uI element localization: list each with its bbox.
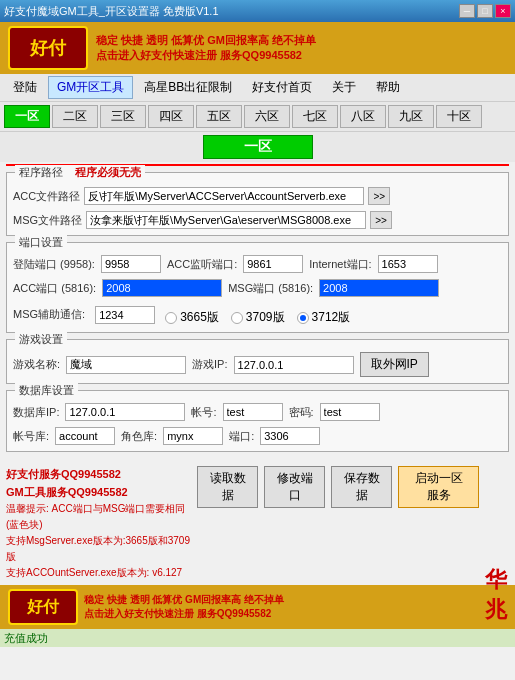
- banner-logo: 好付: [8, 26, 88, 70]
- zone-btn-3[interactable]: 三区: [100, 105, 146, 128]
- close-button[interactable]: ×: [495, 4, 511, 18]
- menu-about[interactable]: 关于: [323, 76, 365, 99]
- msg-browse-button[interactable]: >>: [370, 211, 392, 229]
- menu-help[interactable]: 帮助: [367, 76, 409, 99]
- login-port-label: 登陆端口 (9958):: [13, 257, 95, 272]
- menu-gm-tool[interactable]: GM开区工具: [48, 76, 133, 99]
- internet-port-label: Internet端口:: [309, 257, 371, 272]
- game-section-title: 游戏设置: [15, 332, 67, 347]
- bottom-banner: 好付 稳定 快捷 透明 低算优 GM回报率高 绝不掉单 点击进入好支付快速注册 …: [0, 585, 515, 629]
- zone-btn-8[interactable]: 八区: [340, 105, 386, 128]
- banner-text: 稳定 快捷 透明 低算优 GM回报率高 绝不掉单 点击进入好支付快速注册 服务Q…: [96, 33, 316, 64]
- msg-port-input[interactable]: [319, 279, 439, 297]
- db-ip-input[interactable]: [65, 403, 185, 421]
- menu-homepage[interactable]: 好支付首页: [243, 76, 321, 99]
- login-port-input[interactable]: [101, 255, 161, 273]
- get-external-ip-button[interactable]: 取外网IP: [360, 352, 429, 377]
- radio-3665-circle: [165, 312, 177, 324]
- warning-3: 支持ACCOuntServer.exe版本为: v6.127: [6, 565, 197, 581]
- db-account-label: 帐号:: [191, 405, 216, 420]
- db-password-input[interactable]: [320, 403, 380, 421]
- modify-port-button[interactable]: 修改端口: [264, 466, 325, 508]
- radio-3665-label: 3665版: [180, 309, 219, 326]
- zone-btn-6[interactable]: 六区: [244, 105, 290, 128]
- read-data-button[interactable]: 读取数据: [197, 466, 258, 508]
- msg-path-row: MSG文件路径 >>: [13, 211, 502, 229]
- info-links: 好支付服务QQ9945582 GM工具服务QQ9945582 温馨提示: ACC…: [6, 466, 197, 581]
- port-section-title: 端口设置: [15, 235, 67, 250]
- game-ip-label: 游戏IP:: [192, 357, 227, 372]
- radio-3709[interactable]: 3709版: [231, 309, 285, 326]
- version-radio-group: 3665版 3709版 3712版: [165, 309, 350, 326]
- acc-path-row: ACC文件路径 >>: [13, 187, 502, 205]
- game-name-input[interactable]: [66, 356, 186, 374]
- path-section: 程序路径 程序必须无壳 ACC文件路径 >> MSG文件路径 >>: [6, 172, 509, 236]
- msg-port-label: MSG端口 (5816):: [228, 281, 313, 296]
- zone-btn-5[interactable]: 五区: [196, 105, 242, 128]
- radio-3712-label: 3712版: [312, 309, 351, 326]
- zone-btn-4[interactable]: 四区: [148, 105, 194, 128]
- minimize-button[interactable]: ─: [459, 4, 475, 18]
- internet-port-input[interactable]: [378, 255, 438, 273]
- db-account2-input[interactable]: [55, 427, 115, 445]
- menu-login[interactable]: 登陆: [4, 76, 46, 99]
- acc-monitor-label: ACC监听端口:: [167, 257, 237, 272]
- warning-2: 支持MsgServer.exe版本为:3665版和3709版: [6, 533, 197, 565]
- db-port-label: 端口:: [229, 429, 254, 444]
- acc-port-input[interactable]: [102, 279, 222, 297]
- zone-btn-10[interactable]: 十区: [436, 105, 482, 128]
- msg-path-label: MSG文件路径: [13, 213, 82, 228]
- zone-bar: 一区 二区 三区 四区 五区 六区 七区 八区 九区 十区: [0, 102, 515, 132]
- bottom-banner-logo: 好付: [8, 589, 78, 625]
- title-bar: 好支付魔域GM工具_开区设置器 免费版V1.1 ─ □ ×: [0, 0, 515, 22]
- bottom-section: 好支付服务QQ9945582 GM工具服务QQ9945582 温馨提示: ACC…: [0, 462, 515, 585]
- acc-path-label: ACC文件路径: [13, 189, 80, 204]
- bottom-banner-text: 稳定 快捷 透明 低算优 GM回报率高 绝不掉单 点击进入好支付快速注册 服务Q…: [84, 593, 284, 621]
- zone-btn-2[interactable]: 二区: [52, 105, 98, 128]
- start-service-button[interactable]: 启动一区服务: [398, 466, 479, 508]
- save-data-button[interactable]: 保存数据: [331, 466, 392, 508]
- hua-logo: 华兆: [485, 565, 507, 625]
- game-name-label: 游戏名称:: [13, 357, 60, 372]
- msg-helper-input[interactable]: [95, 306, 155, 324]
- db-account-input[interactable]: [223, 403, 283, 421]
- msg-helper-label: MSG辅助通信:: [13, 307, 85, 322]
- path-section-title: 程序路径 程序必须无壳: [15, 165, 145, 180]
- acc-port-label: ACC端口 (5816):: [13, 281, 96, 296]
- warning-1: 温馨提示: ACC端口与MSG端口需要相同 (蓝色块): [6, 501, 197, 533]
- restore-button[interactable]: □: [477, 4, 493, 18]
- status-bar: 充值成功: [0, 629, 515, 647]
- acc-path-input[interactable]: [84, 187, 364, 205]
- main-content: 程序路径 程序必须无壳 ACC文件路径 >> MSG文件路径 >> 端口设置 登…: [0, 168, 515, 462]
- msg-path-input[interactable]: [86, 211, 366, 229]
- zone-btn-1[interactable]: 一区: [4, 105, 50, 128]
- db-ip-label: 数据库IP:: [13, 405, 59, 420]
- acc-browse-button[interactable]: >>: [368, 187, 390, 205]
- acc-monitor-input[interactable]: [243, 255, 303, 273]
- menu-bb-limit[interactable]: 高星BB出征限制: [135, 76, 241, 99]
- db-account2-label: 帐号库:: [13, 429, 49, 444]
- game-ip-input[interactable]: [234, 356, 354, 374]
- db-role-label: 角色库:: [121, 429, 157, 444]
- menu-bar: 登陆 GM开区工具 高星BB出征限制 好支付首页 关于 帮助: [0, 74, 515, 102]
- radio-3665[interactable]: 3665版: [165, 309, 219, 326]
- service-qq: 好支付服务QQ9945582: [6, 466, 197, 484]
- zone-btn-7[interactable]: 七区: [292, 105, 338, 128]
- gm-qq: GM工具服务QQ9945582: [6, 484, 197, 502]
- radio-3712[interactable]: 3712版: [297, 309, 351, 326]
- db-section-title: 数据库设置: [15, 383, 78, 398]
- radio-3709-circle: [231, 312, 243, 324]
- zone-title-bar: 一区: [0, 132, 515, 162]
- zone-btn-9[interactable]: 九区: [388, 105, 434, 128]
- db-role-input[interactable]: [163, 427, 223, 445]
- window-title: 好支付魔域GM工具_开区设置器 免费版V1.1: [4, 4, 219, 19]
- top-banner: 好付 稳定 快捷 透明 低算优 GM回报率高 绝不掉单 点击进入好支付快速注册 …: [0, 22, 515, 74]
- db-password-label: 密码:: [289, 405, 314, 420]
- radio-3709-label: 3709版: [246, 309, 285, 326]
- db-port-input[interactable]: [260, 427, 320, 445]
- window-controls: ─ □ ×: [459, 4, 511, 18]
- status-text: 充值成功: [4, 631, 48, 646]
- zone-title: 一区: [203, 135, 313, 159]
- port-section: 端口设置 登陆端口 (9958): ACC监听端口: Internet端口: A…: [6, 242, 509, 333]
- game-section: 游戏设置 游戏名称: 游戏IP: 取外网IP: [6, 339, 509, 384]
